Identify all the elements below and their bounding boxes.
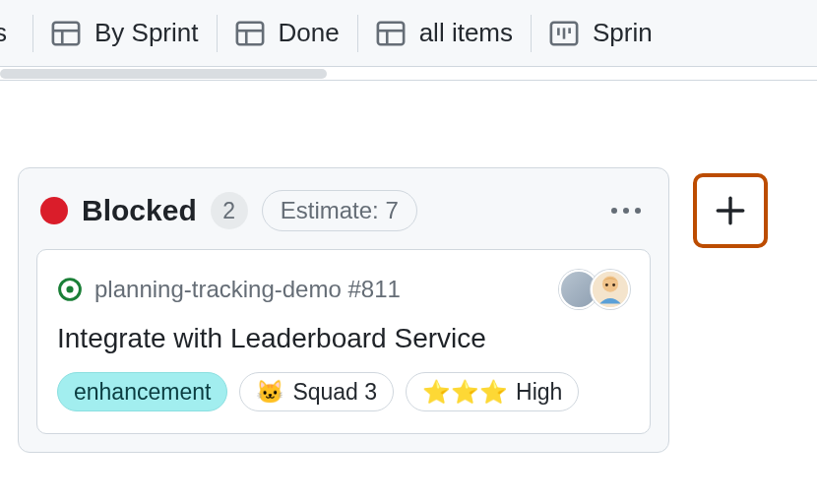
label-emoji: 🐱 — [256, 379, 284, 406]
tab-label: all items — [419, 18, 513, 48]
avatar[interactable] — [591, 270, 630, 309]
board-area: Blocked 2 Estimate: 7 planning-tracking-… — [0, 81, 817, 453]
column-menu-button[interactable] — [605, 202, 647, 220]
project-tabs: s By Sprint Done all items — [0, 0, 817, 67]
tab-label: Done — [279, 18, 340, 48]
tab-divider — [32, 15, 33, 52]
issue-open-icon — [57, 277, 83, 302]
status-color-dot — [40, 197, 68, 224]
table-icon — [376, 19, 406, 48]
svg-point-18 — [612, 284, 615, 286]
issue-title: Integrate with Leaderboard Service — [57, 323, 630, 354]
label-priority[interactable]: ⭐⭐⭐ High — [406, 372, 579, 411]
label-emoji: ⭐⭐⭐ — [422, 379, 508, 406]
label-text: Squad 3 — [292, 379, 377, 406]
board-column-blocked: Blocked 2 Estimate: 7 planning-tracking-… — [18, 167, 669, 453]
tab-label: Sprin — [593, 18, 653, 48]
tab-by-sprint[interactable]: By Sprint — [51, 18, 199, 48]
column-estimate-badge: Estimate: 7 — [262, 190, 417, 231]
horizontal-scrollbar[interactable] — [0, 67, 817, 81]
assignee-avatars[interactable] — [567, 270, 630, 309]
table-icon — [235, 19, 265, 48]
board-icon — [549, 19, 579, 48]
column-title: Blocked — [82, 194, 197, 227]
svg-point-17 — [605, 284, 608, 286]
card-header-row: planning-tracking-demo #811 — [57, 270, 630, 309]
svg-point-14 — [66, 285, 73, 292]
tab-divider — [217, 15, 218, 52]
tab-partial-left: s — [0, 18, 15, 48]
tab-all-items[interactable]: all items — [376, 18, 513, 48]
tab-divider — [357, 15, 358, 52]
issue-labels: enhancement 🐱 Squad 3 ⭐⭐⭐ High — [57, 372, 630, 411]
column-header: Blocked 2 Estimate: 7 — [19, 168, 668, 249]
label-text: enhancement — [74, 379, 211, 406]
column-count-badge: 2 — [211, 192, 248, 229]
issue-reference: planning-tracking-demo #811 — [94, 276, 555, 303]
tab-sprint-board[interactable]: Sprin — [549, 18, 653, 48]
issue-card[interactable]: planning-tracking-demo #811 — [36, 249, 651, 434]
svg-rect-3 — [236, 22, 262, 44]
plus-icon — [714, 194, 747, 227]
svg-rect-0 — [53, 22, 79, 44]
label-squad[interactable]: 🐱 Squad 3 — [239, 372, 394, 411]
tab-done[interactable]: Done — [235, 18, 340, 48]
label-enhancement[interactable]: enhancement — [57, 372, 227, 411]
table-icon — [51, 19, 81, 48]
svg-rect-6 — [378, 22, 404, 44]
scrollbar-thumb[interactable] — [0, 69, 327, 79]
add-column-button[interactable] — [693, 173, 768, 248]
tab-label: By Sprint — [94, 18, 199, 48]
label-text: High — [516, 379, 562, 406]
tab-divider — [531, 15, 532, 52]
